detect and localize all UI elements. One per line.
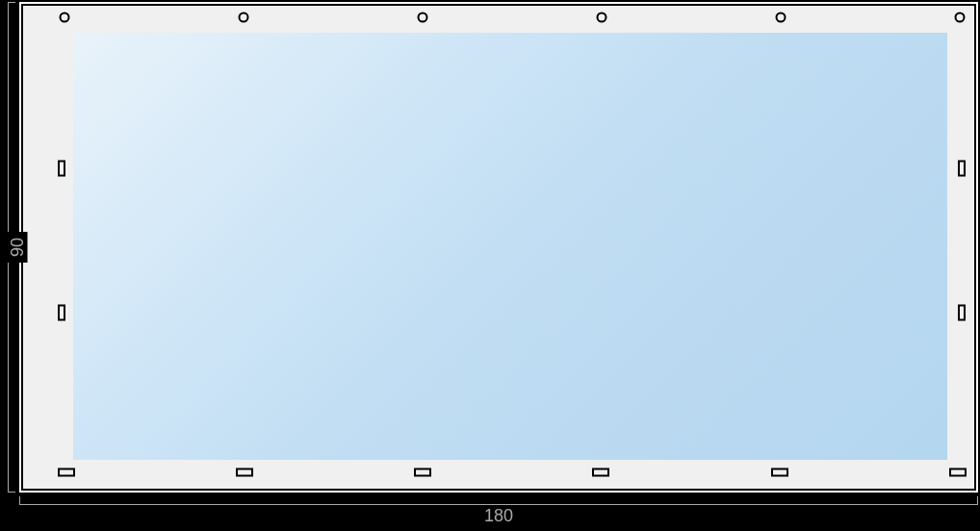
dimension-width-label: 180 [478,506,519,526]
rect-fastener [58,468,75,477]
circle-fastener [239,13,249,23]
dimension-height-label: 90 [8,232,28,263]
rect-fastener [958,161,966,177]
rect-fastener [58,161,65,177]
rect-fastener [958,305,966,321]
circle-fastener [60,13,70,23]
rect-fastener [236,468,253,477]
rect-fastener [771,468,788,477]
dimension-width: 180 [19,496,978,519]
rect-fastener [592,468,609,477]
rect-fastener [949,468,967,477]
circle-fastener [418,13,428,23]
dimension-height: 90 [0,2,19,493]
diagram-stage: 90 180 [0,0,980,531]
rect-fastener [414,468,431,477]
glass-pane [73,33,947,460]
circle-fastener [776,13,787,23]
rect-fastener [58,305,65,321]
circle-fastener [955,13,966,23]
circle-fastener [597,13,607,23]
